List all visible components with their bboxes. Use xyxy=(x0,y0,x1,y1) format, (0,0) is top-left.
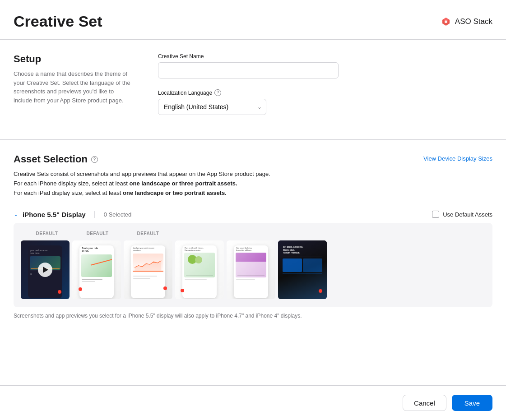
cancel-button[interactable]: Cancel xyxy=(403,395,446,411)
display-note: Screenshots and app previews you select … xyxy=(14,313,492,319)
brand-name: ASO Stack xyxy=(455,17,492,26)
localization-language-field: Localization Language ? English (United … xyxy=(158,89,492,115)
setup-title: Setup xyxy=(14,53,131,65)
setup-section-left: Setup Choose a name that describes the t… xyxy=(14,53,131,105)
mock-map xyxy=(81,254,112,277)
asset-help-icon[interactable]: ? xyxy=(91,156,98,163)
screenshot-labels-row: DEFAULT DEFAULT DEFAULT xyxy=(21,231,485,236)
use-default-label: Use Default Assets xyxy=(443,211,492,218)
asset-section-left: Asset Selection ? Creative Sets consist … xyxy=(14,153,270,198)
footer: Cancel Save xyxy=(0,385,506,420)
save-button[interactable]: Save xyxy=(452,395,492,411)
screenshot-thumb-5[interactable]: See posts & photosfrom other athletes. xyxy=(227,240,275,299)
mock-phone-5: See posts & photosfrom other athletes. xyxy=(234,245,268,298)
screenshots-row: your performanceover time. 21 xyxy=(21,240,485,299)
iphone-display-row: ⌄ iPhone 5.5" Display | 0 Selected Use D… xyxy=(14,204,492,223)
view-device-sizes-link[interactable]: View Device Display Sizes xyxy=(423,155,492,162)
asset-selection-section: Asset Selection ? Creative Sets consist … xyxy=(0,140,506,332)
screenshot-thumb-4[interactable]: Run or ride with friends.Earn achievemen… xyxy=(175,240,224,299)
screenshot-thumb-6[interactable]: Set goals. Get perks.Start a plan.All wi… xyxy=(278,240,327,299)
use-default-assets-checkbox[interactable] xyxy=(432,211,439,218)
asset-desc-line2-prefix: For each iPhone display size, select at … xyxy=(14,180,130,187)
screenshot-thumb-3[interactable]: Analyze your performanceover time. xyxy=(124,240,172,299)
asset-description: Creative Sets consist of screenshots and… xyxy=(14,170,270,198)
screenshots-area: DEFAULT DEFAULT DEFAULT your performance… xyxy=(14,223,492,307)
asset-section-header: Asset Selection ? Creative Sets consist … xyxy=(14,153,492,198)
asset-desc-line2-bold: one landscape or three portrait assets. xyxy=(130,180,237,187)
play-button[interactable] xyxy=(38,263,52,277)
locale-select-wrapper: English (United States) English (UK) Fre… xyxy=(158,99,266,115)
display-name: iPhone 5.5" Display xyxy=(23,211,86,218)
name-field-label: Creative Set Name xyxy=(158,53,492,60)
display-row-left: ⌄ iPhone 5.5" Display | 0 Selected xyxy=(14,210,131,218)
locale-field-label: Localization Language ? xyxy=(158,89,492,96)
setup-description: Choose a name that describes the theme o… xyxy=(14,69,131,105)
mock-phone-2: Track your rideor run. xyxy=(79,245,114,298)
page-title: Creative Set xyxy=(14,13,102,30)
page-header: Creative Set ASO Stack xyxy=(0,0,506,39)
setup-section: Setup Choose a name that describes the t… xyxy=(0,40,506,139)
screenshot-label-1: DEFAULT xyxy=(23,231,71,236)
mock-phone-4: Run or ride with friends.Earn achievemen… xyxy=(182,245,217,298)
screenshot-thumb-2[interactable]: Track your rideor run. xyxy=(72,240,121,299)
expand-chevron-icon[interactable]: ⌄ xyxy=(14,211,18,217)
asset-desc-line3-prefix: For each iPad display size, select at le… xyxy=(14,189,123,196)
locale-select[interactable]: English (United States) English (UK) Fre… xyxy=(158,99,266,115)
locale-help-icon[interactable]: ? xyxy=(214,89,221,96)
mock-phone-3: Analyze your performanceover time. xyxy=(131,245,165,298)
screenshot-thumb-1[interactable]: your performanceover time. 21 xyxy=(21,240,70,299)
asset-desc-line1: Creative Sets consist of screenshots and… xyxy=(14,171,270,177)
display-row-right: Use Default Assets xyxy=(432,211,492,218)
asset-section-title: Asset Selection xyxy=(14,153,88,165)
mock-chart xyxy=(133,254,163,274)
asset-desc-line3-bold: one landscape or two portrait assets. xyxy=(123,189,227,196)
asset-title-row: Asset Selection ? xyxy=(14,153,270,165)
brand-logo: ASO Stack xyxy=(441,16,492,27)
creative-set-name-input[interactable] xyxy=(158,62,339,78)
display-divider: | xyxy=(94,210,96,218)
creative-set-name-field: Creative Set Name xyxy=(158,53,492,78)
aso-stack-icon xyxy=(441,16,451,27)
screenshot-label-2: DEFAULT xyxy=(73,231,122,236)
red-dot-3 xyxy=(163,286,167,290)
screenshot-label-3: DEFAULT xyxy=(124,231,172,236)
selected-count: 0 Selected xyxy=(104,211,131,218)
setup-section-right: Creative Set Name Localization Language … xyxy=(158,53,492,126)
